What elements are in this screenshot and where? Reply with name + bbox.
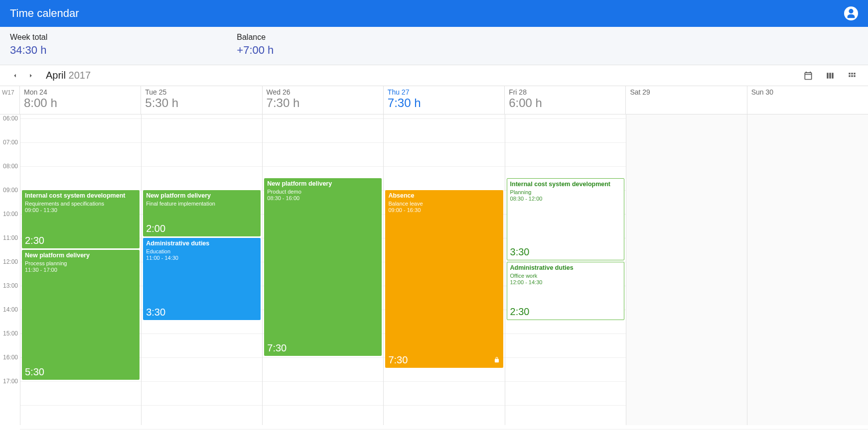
event-title: New platform delivery (25, 252, 137, 260)
day-header[interactable]: Sat 29 (626, 86, 747, 114)
calendar-event[interactable]: New platform deliveryProduct demo08:30 -… (264, 178, 382, 356)
day-column[interactable]: Internal cost system developmentPlanning… (505, 114, 626, 425)
app-title: Time calendar (10, 7, 844, 20)
event-title: Absence (388, 192, 500, 200)
time-gutter: 06:0007:0008:0009:0010:0011:0012:0013:00… (0, 114, 20, 425)
day-label: Sun 30 (751, 88, 864, 96)
event-time: 11:30 - 17:00 (25, 267, 137, 273)
days-track: Internal cost system developmentRequirem… (20, 114, 868, 425)
event-subtitle: Office work (510, 273, 621, 279)
day-column[interactable] (626, 114, 747, 425)
event-time: 11:00 - 14:30 (146, 255, 258, 261)
week-total-label: Week total (10, 33, 47, 42)
event-title: New platform delivery (267, 180, 379, 188)
event-subtitle: Product demo (267, 189, 379, 195)
account-icon[interactable] (844, 6, 858, 20)
calendar-grid[interactable]: 06:0007:0008:0009:0010:0011:0012:0013:00… (0, 114, 868, 438)
week-total: Week total 34:30 h (10, 33, 47, 57)
date-nav: April 2017 (0, 65, 868, 86)
event-title: Administrative duties (146, 240, 258, 248)
calendar-event[interactable]: Internal cost system developmentPlanning… (507, 178, 624, 260)
time-tick: 10:00 (0, 211, 18, 218)
calendar-event[interactable]: Administrative dutiesEducation11:00 - 14… (143, 238, 261, 320)
event-time: 12:00 - 14:30 (510, 279, 621, 285)
columns-view-icon[interactable] (824, 70, 836, 82)
prev-week-button[interactable] (10, 71, 20, 81)
day-hours: 6:00 h (509, 96, 621, 110)
event-subtitle: Planning (510, 189, 621, 195)
day-column[interactable]: New platform deliveryFinal feature imple… (141, 114, 262, 425)
day-label: Thu 27 (388, 88, 500, 96)
time-tick: 09:00 (0, 187, 18, 194)
time-tick: 15:00 (0, 330, 18, 337)
time-tick: 13:00 (0, 282, 18, 289)
day-hours: 7:30 h (267, 96, 379, 110)
event-duration: 2:00 (146, 223, 165, 234)
calendar-event[interactable]: New platform deliveryProcess planning11:… (22, 250, 140, 380)
day-header[interactable]: Mon 248:00 h (20, 86, 141, 114)
event-duration: 7:30 (267, 342, 287, 354)
day-column[interactable] (747, 114, 868, 425)
month-name: April (46, 70, 66, 81)
grid-view-icon[interactable] (846, 70, 858, 82)
event-subtitle: Final feature implementation (146, 201, 258, 207)
day-column[interactable]: Internal cost system developmentRequirem… (20, 114, 141, 425)
time-tick: 07:00 (0, 139, 18, 146)
calendar-event[interactable]: New platform deliveryFinal feature imple… (143, 190, 261, 236)
day-label: Mon 24 (24, 88, 137, 96)
day-column[interactable]: New platform deliveryProduct demo08:30 -… (262, 114, 383, 425)
time-tick: 17:00 (0, 378, 18, 385)
event-duration: 3:30 (510, 246, 530, 258)
event-time: 09:00 - 16:30 (388, 207, 500, 213)
day-header[interactable]: Fri 286:00 h (505, 86, 626, 114)
time-tick: 11:00 (0, 234, 18, 241)
lock-icon (493, 356, 500, 365)
event-title: Administrative duties (510, 264, 621, 272)
year: 2017 (69, 70, 91, 81)
month-label: April 2017 (46, 70, 91, 81)
event-duration: 5:30 (25, 366, 44, 378)
event-duration: 3:30 (146, 307, 165, 318)
day-header[interactable]: Wed 267:30 h (263, 86, 384, 114)
event-subtitle: Requirements and specifications (25, 201, 137, 207)
day-label: Sat 29 (630, 88, 742, 96)
day-label: Tue 25 (145, 88, 258, 96)
time-tick: 16:00 (0, 354, 18, 361)
week-total-value: 34:30 h (10, 44, 47, 57)
time-tick: 06:00 (0, 115, 18, 122)
topbar: Time calendar (0, 0, 868, 27)
event-subtitle: Process planning (25, 260, 137, 266)
today-button[interactable] (802, 70, 814, 82)
balance-label: Balance (237, 33, 274, 42)
time-tick: 08:00 (0, 163, 18, 170)
calendar-event[interactable]: Internal cost system developmentRequirem… (22, 190, 140, 248)
event-time: 08:30 - 12:00 (510, 196, 621, 202)
event-duration: 2:30 (510, 306, 530, 318)
day-header-row: W17 Mon 248:00 hTue 255:30 hWed 267:30 h… (0, 86, 868, 114)
day-hours: 7:30 h (388, 96, 500, 110)
balance: Balance +7:00 h (237, 33, 274, 57)
day-label: Wed 26 (267, 88, 379, 96)
day-hours: 5:30 h (145, 96, 258, 110)
next-week-button[interactable] (26, 71, 36, 81)
calendar-event[interactable]: Administrative dutiesOffice work12:00 - … (507, 262, 624, 320)
day-header[interactable]: Thu 277:30 h (384, 86, 505, 114)
day-header[interactable]: Tue 255:30 h (141, 86, 262, 114)
time-tick: 12:00 (0, 258, 18, 265)
event-title: Internal cost system development (510, 181, 621, 189)
event-title: New platform delivery (146, 192, 258, 200)
event-subtitle: Balance leave (388, 201, 500, 207)
event-duration: 2:30 (25, 235, 44, 246)
week-number: W17 (0, 86, 20, 114)
event-duration: 7:30 (388, 354, 408, 366)
day-label: Fri 28 (509, 88, 621, 96)
time-tick: 14:00 (0, 306, 18, 313)
summary-bar: Week total 34:30 h Balance +7:00 h (0, 27, 868, 65)
day-hours: 8:00 h (24, 96, 137, 110)
event-time: 08:30 - 16:00 (267, 195, 379, 201)
calendar-event[interactable]: AbsenceBalance leave09:00 - 16:307:30 (385, 190, 503, 368)
day-column[interactable]: AbsenceBalance leave09:00 - 16:307:30 (383, 114, 504, 425)
event-title: Internal cost system development (25, 192, 137, 200)
day-header[interactable]: Sun 30 (747, 86, 868, 114)
event-subtitle: Education (146, 248, 258, 254)
